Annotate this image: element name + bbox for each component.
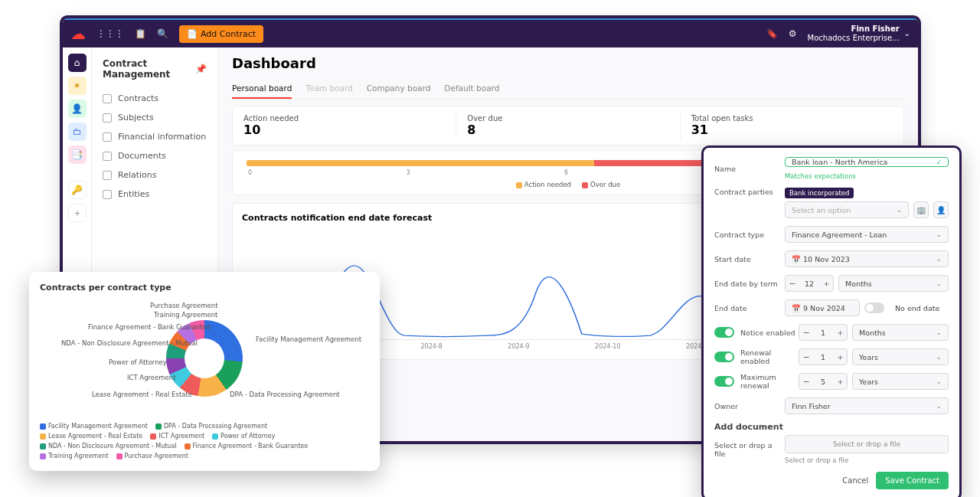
kpi-row: Action needed10 Over due8 Total open tas… — [232, 106, 904, 146]
no-end-date-toggle[interactable] — [864, 302, 884, 313]
rail-tools-icon[interactable]: ✶ — [68, 77, 87, 95]
user-name: Finn Fisher — [851, 25, 900, 34]
nav-item-financial[interactable]: Financial information — [98, 127, 211, 146]
start-date-input[interactable]: 📅 10 Nov 2023⌄ — [785, 250, 949, 267]
term-unit-select[interactable]: Months⌄ — [838, 275, 949, 292]
donut-popup: Contracts per contract type Purchase Agr… — [29, 272, 380, 471]
renewal-toggle[interactable] — [714, 351, 734, 362]
tab-company[interactable]: Company board — [367, 79, 431, 99]
legend-item: Training Agreement — [40, 453, 109, 459]
nav-item-relations[interactable]: Relations — [98, 165, 211, 185]
dropzone-hint: Select or drop a file — [785, 456, 949, 464]
building-icon[interactable]: 🏢 — [913, 201, 929, 218]
chevron-down-icon: ⌄ — [896, 206, 902, 214]
notice-unit-select[interactable]: Months⌄ — [852, 324, 949, 341]
nav-item-documents[interactable]: Documents — [98, 146, 211, 165]
rail-add-icon[interactable]: ＋ — [68, 204, 87, 222]
plus-file-icon: 📄 — [187, 29, 198, 39]
term-stepper[interactable]: −12＋ — [785, 275, 834, 292]
chevron-down-icon: ⌄ — [936, 255, 942, 263]
nav-item-contracts[interactable]: Contracts — [98, 89, 211, 108]
legend-item: DPA - Data Processing Agreement — [155, 423, 267, 430]
legend-item: Over due — [582, 181, 620, 188]
gear-icon[interactable]: ⚙ — [789, 28, 797, 39]
renewal-stepper[interactable]: −1＋ — [799, 348, 848, 365]
tab-personal[interactable]: Personal board — [232, 79, 292, 99]
kpi-value: 8 — [467, 123, 668, 137]
legend-item: Facility Management Agreement — [40, 423, 148, 430]
donut-title: Contracts per contract type — [40, 283, 369, 293]
renewal-unit-select[interactable]: Years⌄ — [852, 348, 949, 365]
doc-icon — [103, 113, 112, 123]
doc-icon — [103, 190, 112, 199]
contract-type-select[interactable]: Finance Agreement - Loan⌄ — [785, 226, 949, 243]
apps-icon[interactable]: ⋮⋮⋮ — [96, 28, 124, 39]
legend-item: Purchase Agreement — [116, 453, 188, 459]
rail-folder-icon[interactable]: 🗀 — [68, 123, 87, 141]
cancel-button[interactable]: Cancel — [842, 476, 868, 485]
doc-icon — [103, 94, 112, 103]
end-date-input[interactable]: 📅 9 Nov 2024 — [785, 299, 860, 316]
legend-item: Action needed — [516, 181, 571, 188]
tab-default[interactable]: Default board — [444, 79, 499, 99]
topbar: ☁ ⋮⋮⋮ 📋 🔍 📄 Add Contract 🔖 ⚙ Finn Fisher… — [63, 18, 918, 47]
rail-people-icon[interactable]: 👤 — [68, 100, 87, 118]
name-hint: Matches expectations — [785, 172, 949, 180]
chevron-down-icon: ⌄ — [936, 231, 942, 238]
add-contract-label: Add Contract — [201, 29, 256, 39]
doc-icon — [103, 171, 112, 180]
legend-item: ICT Agreement — [150, 433, 204, 440]
donut-chart — [166, 320, 243, 397]
donut-legend: Facility Management AgreementDPA - Data … — [40, 423, 369, 459]
clipboard-icon[interactable]: 📋 — [135, 28, 146, 39]
kpi-value: 31 — [691, 123, 893, 137]
legend-item: Power of Attorney — [212, 433, 275, 440]
rail-home-icon[interactable]: ⌂ — [68, 54, 87, 72]
kpi-value: 10 — [243, 123, 445, 137]
legend-item: Finance Agreement - Bank Guarantee — [185, 443, 309, 450]
kpi-label: Total open tasks — [691, 114, 893, 123]
add-document-heading: Add document — [714, 422, 949, 432]
app-logo-icon: ☁ — [70, 25, 86, 43]
name-input[interactable]: Bank loan - North America✓ — [785, 157, 949, 167]
page-title: Dashboard — [232, 55, 904, 71]
rail-key-icon[interactable]: 🔑 — [68, 181, 87, 199]
maxren-unit-select[interactable]: Years⌄ — [852, 373, 949, 390]
party-pill[interactable]: Bank incorporated — [785, 188, 854, 198]
contract-form-popup: Name Bank loan - North America✓ Matches … — [701, 146, 962, 497]
user-org: Mochadocs Enterprise... — [808, 34, 900, 43]
owner-select[interactable]: Finn Fisher⌄ — [785, 397, 949, 414]
user-menu[interactable]: Finn Fisher Mochadocs Enterprise... ⌄ — [808, 25, 910, 43]
tab-team[interactable]: Team board — [305, 79, 352, 99]
maxren-stepper[interactable]: −5＋ — [799, 373, 848, 390]
check-icon: ✓ — [936, 159, 942, 166]
board-tabs: Personal board Team board Company board … — [232, 79, 904, 100]
kpi-label: Over due — [467, 114, 668, 123]
nav-title: Contract Management — [103, 58, 195, 80]
notice-stepper[interactable]: −1＋ — [799, 324, 848, 341]
pin-icon[interactable]: 📌 — [195, 64, 207, 74]
rail-export-icon[interactable]: 📑 — [68, 146, 87, 164]
bookmark-icon[interactable]: 🔖 — [766, 28, 778, 39]
doc-icon — [103, 132, 112, 142]
chevron-down-icon: ⌄ — [904, 29, 910, 38]
calendar-icon: 📅 — [792, 304, 801, 312]
nav-item-subjects[interactable]: Subjects — [98, 108, 211, 127]
nav-item-entities[interactable]: Entities — [98, 185, 211, 204]
party-select[interactable]: Select an option⌄ — [785, 201, 909, 218]
legend-item: Lease Agreement - Real Estate — [40, 433, 142, 440]
kpi-label: Action needed — [243, 114, 445, 123]
person-icon[interactable]: 👤 — [933, 201, 949, 218]
maxren-toggle[interactable] — [714, 376, 734, 387]
doc-icon — [103, 152, 112, 161]
calendar-icon: 📅 — [792, 255, 801, 263]
search-icon[interactable]: 🔍 — [157, 28, 168, 39]
chevron-down-icon: ⌄ — [936, 402, 942, 410]
minus-button: − — [786, 279, 799, 289]
notice-toggle[interactable] — [714, 327, 734, 338]
add-contract-button[interactable]: 📄 Add Contract — [179, 25, 263, 43]
plus-button: ＋ — [819, 278, 833, 289]
file-dropzone[interactable]: Select or drop a file — [785, 435, 949, 453]
save-contract-button[interactable]: Save Contract — [876, 472, 949, 489]
legend-item: NDA - Non Disclosure Agreement - Mutual — [40, 443, 177, 450]
